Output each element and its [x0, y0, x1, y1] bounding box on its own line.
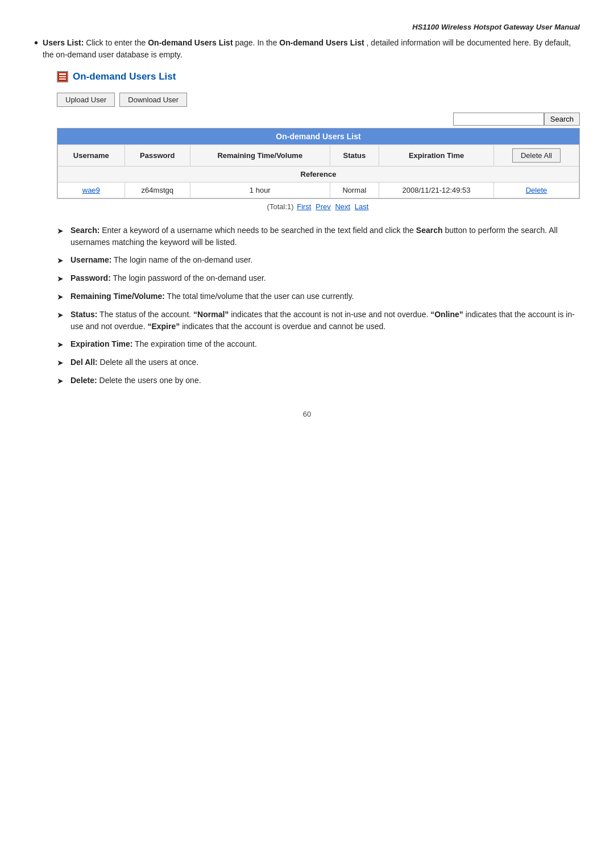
username-link[interactable]: wae9 [82, 186, 100, 194]
desc-remaining-body: The total time/volume that the user can … [167, 292, 354, 301]
col-username: Username [58, 145, 125, 167]
desc-username-text: Username: The login name of the on-deman… [70, 254, 252, 266]
cell-remaining: 1 hour [190, 182, 330, 198]
col-delete-all-btn[interactable]: Delete All [493, 145, 579, 167]
desc-delete-label: Delete: [70, 376, 97, 385]
desc-del-all: ➤ Del All: Delete all the users at once. [57, 356, 580, 369]
desc-status-body2: indicates that the account is not in-use… [231, 310, 430, 319]
desc-remaining-text: Remaining Time/Volume: The total time/vo… [70, 290, 354, 302]
pagination-prev[interactable]: Prev [316, 202, 331, 211]
manual-title: HS1100 Wireless Hotspot Gateway User Man… [34, 23, 580, 31]
svg-rect-3 [59, 78, 66, 80]
pagination-total: (Total:1) [267, 202, 294, 211]
reference-row: Reference [58, 167, 579, 182]
intro-text3: page. In the [235, 38, 279, 47]
intro-text2-bold: On-demand Users List [148, 38, 233, 47]
pagination: (Total:1) First Prev Next Last [57, 202, 580, 211]
col-remaining: Remaining Time/Volume [190, 145, 330, 167]
pagination-last[interactable]: Last [355, 202, 369, 211]
desc-search-body: Enter a keyword of a username which need… [102, 226, 416, 235]
desc-del-all-body: Delete all the users at once. [100, 358, 199, 367]
section-icon [57, 71, 68, 82]
desc-search-bold: Search [416, 226, 443, 235]
description-list: ➤ Search: Enter a keyword of a username … [57, 225, 580, 387]
cell-expiration: 2008/11/21-12:49:53 [379, 182, 494, 198]
desc-status-online: “Online” [430, 310, 463, 319]
search-input[interactable] [453, 113, 544, 126]
svg-rect-2 [59, 76, 66, 77]
intro-text1: Click to enter the [86, 38, 148, 47]
desc-password: ➤ Password: The login password of the on… [57, 272, 580, 285]
arrow-icon: ➤ [57, 375, 67, 387]
delete-link[interactable]: Delete [526, 186, 547, 194]
pagination-next[interactable]: Next [335, 202, 350, 211]
users-table-container: On-demand Users List Username Password R… [57, 128, 580, 199]
upload-user-button[interactable]: Upload User [57, 93, 115, 107]
desc-status-body4: indicates that the account is overdue an… [182, 322, 385, 331]
desc-expiration: ➤ Expiration Time: The expiration time o… [57, 338, 580, 351]
desc-expiration-label: Expiration Time: [70, 339, 132, 348]
desc-expiration-text: Expiration Time: The expiration time of … [70, 338, 257, 350]
svg-rect-1 [59, 73, 66, 75]
table-header-bar: On-demand Users List [57, 128, 579, 144]
desc-password-text: Password: The login password of the on-d… [70, 272, 266, 284]
controls-area: Upload User Download User [57, 93, 580, 107]
desc-username: ➤ Username: The login name of the on-dem… [57, 254, 580, 267]
desc-username-body: The login name of the on-demand user. [114, 255, 252, 264]
desc-remaining: ➤ Remaining Time/Volume: The total time/… [57, 290, 580, 303]
desc-del-all-text: Del All: Delete all the users at once. [70, 356, 198, 368]
reference-cell: Reference [58, 167, 579, 182]
desc-status: ➤ Status: The status of the account. “No… [57, 309, 580, 333]
desc-search: ➤ Search: Enter a keyword of a username … [57, 225, 580, 248]
desc-del-all-label: Del All: [70, 358, 98, 367]
arrow-icon: ➤ [57, 357, 67, 369]
desc-status-text: Status: The status of the account. “Norm… [70, 309, 580, 333]
arrow-icon: ➤ [57, 225, 67, 237]
desc-status-expire: “Expire” [147, 322, 180, 331]
desc-delete-text: Delete: Delete the users one by one. [70, 375, 201, 387]
bullet-marker: • [34, 37, 38, 61]
desc-password-label: Password: [70, 273, 111, 283]
desc-expiration-body: The expiration time of the account. [135, 339, 257, 348]
desc-status-body: The status of the account. [99, 310, 193, 319]
search-row: Search [57, 113, 580, 126]
col-password: Password [125, 145, 190, 167]
desc-remaining-label: Remaining Time/Volume: [70, 292, 165, 301]
delete-all-button[interactable]: Delete All [512, 148, 561, 163]
cell-delete: Delete [493, 182, 579, 198]
desc-delete: ➤ Delete: Delete the users one by one. [57, 375, 580, 387]
desc-username-label: Username: [70, 255, 111, 264]
section-title-text: On-demand Users List [73, 71, 176, 82]
cell-username: wae9 [58, 182, 125, 198]
intro-text4-bold: On-demand Users List [279, 38, 364, 47]
arrow-icon: ➤ [57, 291, 67, 303]
page-number: 60 [34, 410, 580, 418]
intro-section: • Users List: Click to enter the On-dema… [34, 37, 580, 61]
desc-delete-body: Delete the users one by one. [99, 376, 201, 385]
intro-label-bold: Users List: [43, 38, 84, 47]
desc-search-text: Search: Enter a keyword of a username wh… [70, 225, 580, 248]
search-button[interactable]: Search [544, 113, 580, 126]
table-column-header-row: Username Password Remaining Time/Volume … [58, 145, 579, 167]
col-expiration: Expiration Time [379, 145, 494, 167]
desc-status-normal: “Normal” [193, 310, 229, 319]
arrow-icon: ➤ [57, 339, 67, 351]
cell-password: z64mstgq [125, 182, 190, 198]
cell-status: Normal [330, 182, 379, 198]
desc-search-label: Search: [70, 226, 99, 235]
users-table: Username Password Remaining Time/Volume … [57, 144, 579, 198]
arrow-icon: ➤ [57, 309, 67, 321]
pagination-first[interactable]: First [297, 202, 311, 211]
arrow-icon: ➤ [57, 273, 67, 285]
download-user-button[interactable]: Download User [119, 93, 187, 107]
desc-status-label: Status: [70, 310, 97, 319]
col-status: Status [330, 145, 379, 167]
table-row: wae9 z64mstgq 1 hour Normal 2008/11/21-1… [58, 182, 579, 198]
arrow-icon: ➤ [57, 255, 67, 267]
desc-password-body: The login password of the on-demand user… [113, 273, 265, 283]
section-title-row: On-demand Users List [57, 71, 580, 82]
intro-text: Users List: Click to enter the On-demand… [43, 37, 580, 61]
